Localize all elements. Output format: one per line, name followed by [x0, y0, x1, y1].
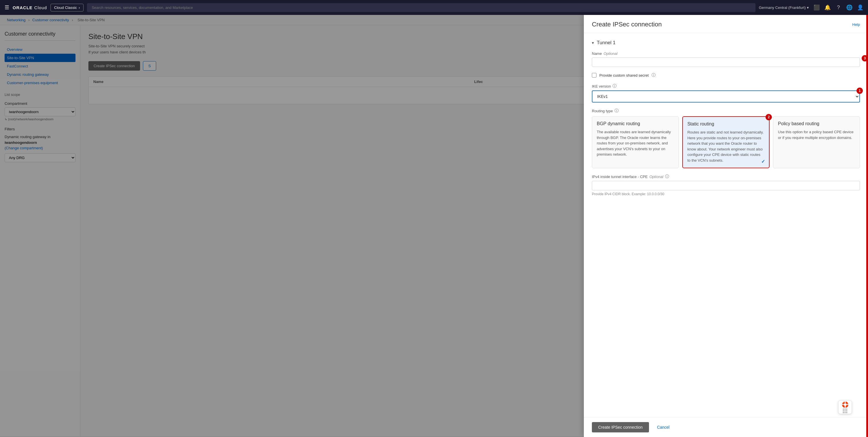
static-card-desc: Routes are static and not learned dynami… [687, 129, 765, 163]
nav-right: Germany Central (Frankfurt) ▾ ⬛ 🔔 ? 🌐 👤 [759, 4, 863, 11]
ipv4-section: IPv4 inside tunnel interface - CPE Optio… [592, 174, 860, 196]
help-icon[interactable]: ? [835, 4, 842, 11]
ike-version-form-group: IKE version ⓘ 1 IKEv1 IKEv2 [592, 84, 860, 102]
name-input[interactable] [592, 57, 860, 67]
ipv4-input[interactable] [592, 181, 860, 190]
ike-version-info-icon[interactable]: ⓘ [613, 84, 617, 89]
help-widget-dots [843, 409, 847, 413]
routing-type-info-icon[interactable]: ⓘ [615, 108, 619, 114]
bgp-card-desc: The available routes are learned dynamic… [597, 129, 674, 157]
shared-secret-label: Provide custom shared secret [599, 73, 649, 77]
user-icon[interactable]: 👤 [857, 4, 863, 11]
shared-secret-row: Provide custom shared secret ⓘ [592, 73, 860, 78]
cloud-classic-button[interactable]: Cloud Classic › [51, 4, 84, 11]
modal-footer: Create IPSec connection Cancel [584, 417, 868, 437]
modal-help-link[interactable]: Help [852, 22, 860, 27]
policy-card-title: Policy based routing [778, 121, 855, 126]
help-widget-icon: 🛟 [842, 401, 849, 408]
routing-card-bgp[interactable]: BGP dynamic routing The available routes… [592, 116, 679, 168]
scroll-indicator [866, 15, 868, 437]
name-form-group: Name Optional [592, 52, 860, 67]
search-input[interactable] [87, 3, 755, 12]
ike-select-wrap: 1 IKEv1 IKEv2 [592, 90, 860, 102]
notification-icon[interactable]: 🔔 [825, 4, 831, 11]
modal-panel: 3 Create IPSec connection Help ▾ Tunnel … [584, 15, 868, 437]
modal-body: ▾ Tunnel 1 Name Optional Provide custom … [584, 33, 868, 417]
routing-cards: BGP dynamic routing The available routes… [592, 116, 860, 168]
static-card-check-icon: ✓ [761, 159, 765, 164]
cloud-classic-arrow: › [79, 5, 80, 10]
ipv4-info-icon[interactable]: ⓘ [665, 174, 669, 179]
region-label: Germany Central (Frankfurt) [759, 5, 806, 10]
modal-title: Create IPSec connection [592, 21, 662, 28]
step-badge-3: 3 [862, 55, 868, 61]
bgp-card-title: BGP dynamic routing [597, 121, 674, 126]
ike-version-label: IKE version ⓘ [592, 84, 860, 89]
routing-card-policy[interactable]: Policy based routing Use this option for… [773, 116, 860, 168]
tunnel-header[interactable]: ▾ Tunnel 1 [592, 40, 860, 45]
cancel-button[interactable]: Cancel [652, 422, 674, 432]
nav-icons: ⬛ 🔔 ? 🌐 👤 [813, 4, 863, 11]
step-badge-2: 2 [766, 114, 772, 120]
ipv4-label: IPv4 inside tunnel interface - CPE Optio… [592, 174, 860, 179]
ipv4-hint: Provide IPv4 CIDR block. Example: 10.0.0… [592, 192, 860, 196]
routing-type-form-group: Routing type ⓘ BGP dynamic routing The a… [592, 108, 860, 168]
top-nav: ☰ ORACLE Cloud Cloud Classic › Germany C… [0, 0, 868, 15]
modal-overlay: 3 Create IPSec connection Help ▾ Tunnel … [0, 15, 868, 437]
create-ipsec-button[interactable]: Create IPSec connection [592, 422, 649, 432]
modal-header: Create IPSec connection Help [584, 15, 868, 33]
cloud-classic-label: Cloud Classic [54, 5, 77, 10]
menu-icon[interactable]: ☰ [5, 4, 9, 11]
tunnel-label: Tunnel 1 [597, 40, 616, 45]
globe-icon[interactable]: 🌐 [846, 4, 852, 11]
routing-type-label: Routing type ⓘ [592, 108, 860, 114]
name-label: Name Optional [592, 52, 860, 56]
static-card-title: Static routing [687, 121, 765, 127]
shared-secret-info-icon[interactable]: ⓘ [652, 73, 656, 78]
help-widget[interactable]: 🛟 [838, 400, 852, 414]
policy-card-desc: Use this option for a policy based CPE d… [778, 129, 855, 141]
tunnel-chevron-icon: ▾ [592, 40, 594, 45]
region-selector[interactable]: Germany Central (Frankfurt) ▾ [759, 5, 809, 10]
region-arrow: ▾ [807, 5, 809, 10]
shared-secret-checkbox[interactable] [592, 73, 596, 77]
oracle-logo: ORACLE Cloud [12, 5, 47, 10]
step-badge-1: 1 [857, 88, 863, 94]
routing-card-static[interactable]: 2 Static routing Routes are static and n… [682, 116, 770, 168]
terminal-icon[interactable]: ⬛ [813, 4, 820, 11]
ike-version-select[interactable]: IKEv1 IKEv2 [592, 90, 860, 102]
